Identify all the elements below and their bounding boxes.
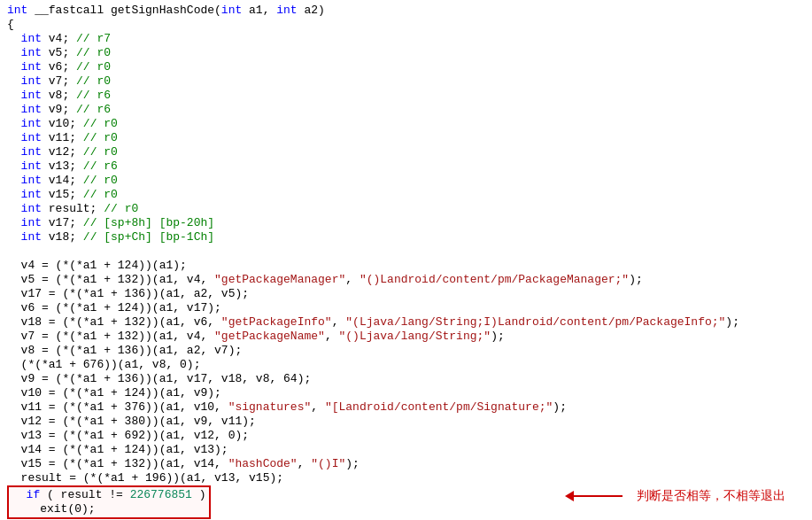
- code-line-decl-6: int v9; // r6: [0, 103, 812, 117]
- code-line-decl-11: int v14; // r0: [0, 174, 812, 188]
- annotation-text: 判断是否相等，不相等退出: [637, 488, 785, 504]
- code-body-11: v11 = (*(*a1 + 376))(a1, v10, "signature…: [0, 400, 812, 415]
- code-body-6: v7 = (*(*a1 + 132))(a1, v4, "getPackageN…: [0, 330, 812, 344]
- code-body-9: v9 = (*(*a1 + 136))(a1, v17, v18, v8, 64…: [0, 372, 812, 386]
- annotation-arrow: [561, 484, 631, 508]
- code-body-12: v12 = (*(*a1 + 380))(a1, v9, v11);: [0, 415, 812, 429]
- code-body-4: v6 = (*(*a1 + 124))(a1, v17);: [0, 301, 812, 315]
- annotation-container: 判断是否相等，不相等退出: [561, 484, 785, 508]
- if-block-highlight: if ( result != 226776851 ) exit(0);: [7, 485, 211, 519]
- highlighted-section: if ( result != 226776851 ) exit(0); 判断是否…: [0, 485, 812, 519]
- code-body-2: v5 = (*(*a1 + 132))(a1, v4, "getPackageM…: [0, 273, 812, 287]
- code-line-decl-13: int result; // r0: [0, 202, 812, 216]
- code-line-decl-8: int v11; // r0: [0, 131, 812, 145]
- code-line-decl-5: int v8; // r6: [0, 89, 812, 103]
- code-body-15: v15 = (*(*a1 + 132))(a1, v14, "hashCode"…: [0, 457, 812, 471]
- code-line-decl-10: int v13; // r6: [0, 159, 812, 174]
- svg-marker-1: [565, 491, 574, 501]
- code-body-3: v17 = (*(*a1 + 136))(a1, a2, v5);: [0, 287, 812, 301]
- code-line-decl-12: int v15; // r0: [0, 188, 812, 202]
- code-line-brace-open: {: [0, 18, 812, 32]
- code-line-decl-14: int v17; // [sp+8h] [bp-20h]: [0, 216, 812, 230]
- code-line-decl-15: int v18; // [sp+Ch] [bp-1Ch]: [0, 230, 812, 244]
- code-exit-line: exit(0);: [12, 502, 205, 516]
- code-container: int __fastcall getSignHashCode(int a1, i…: [0, 0, 812, 520]
- code-line-decl-7: int v10; // r0: [0, 117, 812, 131]
- code-line-decl-3: int v6; // r0: [0, 60, 812, 74]
- code-if-line: if ( result != 226776851 ): [12, 488, 205, 502]
- code-body-10: v10 = (*(*a1 + 124))(a1, v9);: [0, 386, 812, 400]
- code-line-decl-2: int v5; // r0: [0, 46, 812, 60]
- code-line-decl-4: int v7; // r0: [0, 74, 812, 89]
- code-body-13: v13 = (*(*a1 + 692))(a1, v12, 0);: [0, 429, 812, 443]
- code-body-1: v4 = (*(*a1 + 124))(a1);: [0, 259, 812, 273]
- code-line-header: int __fastcall getSignHashCode(int a1, i…: [0, 4, 812, 18]
- code-body-8: (*(*a1 + 676))(a1, v8, 0);: [0, 358, 812, 372]
- code-body-7: v8 = (*(*a1 + 136))(a1, a2, v7);: [0, 344, 812, 358]
- code-line-decl-9: int v12; // r0: [0, 145, 812, 159]
- code-body-14: v14 = (*(*a1 + 124))(a1, v13);: [0, 443, 812, 457]
- code-body-5: v18 = (*(*a1 + 132))(a1, v6, "getPackage…: [0, 315, 812, 330]
- code-line-decl-1: int v4; // r7: [0, 32, 812, 46]
- code-line-blank: [0, 244, 812, 259]
